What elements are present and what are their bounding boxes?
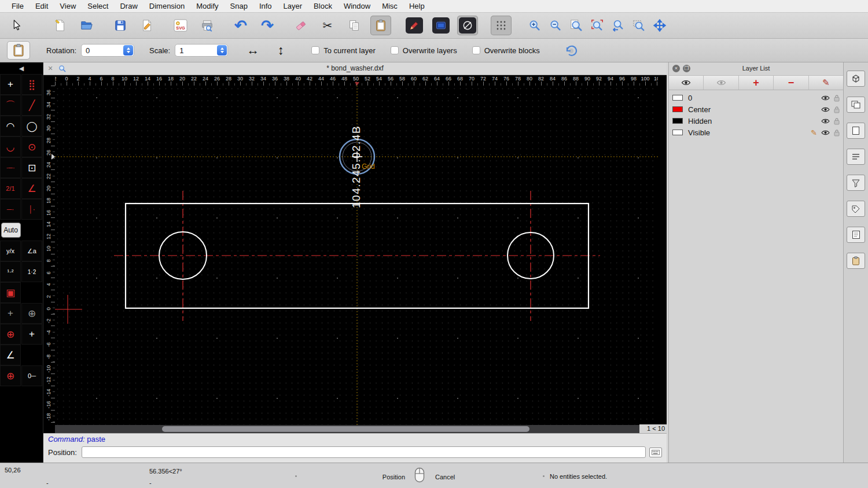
- snap-auto[interactable]: Auto: [1, 223, 21, 238]
- menu-layer[interactable]: Layer: [278, 2, 308, 10]
- menu-file[interactable]: File: [6, 2, 30, 10]
- menu-view[interactable]: View: [54, 2, 82, 10]
- snap-center-point[interactable]: ⊙: [21, 136, 42, 157]
- restrict-horizontal[interactable]: ─·: [0, 199, 21, 220]
- layer-row-hidden[interactable]: Hidden: [669, 115, 843, 127]
- zoom-pan-button[interactable]: [649, 16, 670, 35]
- copy-button[interactable]: [344, 16, 365, 35]
- lock-icon[interactable]: [834, 117, 840, 125]
- pointer-select-button[interactable]: [6, 16, 27, 35]
- menu-snap[interactable]: Snap: [225, 2, 253, 10]
- zoom-out-button[interactable]: [545, 16, 566, 35]
- add-layer-button[interactable]: +: [739, 76, 774, 90]
- snap-intersection[interactable]: ⊡: [21, 157, 42, 178]
- snap-angle[interactable]: ∠: [21, 178, 42, 199]
- eye-icon[interactable]: [821, 130, 830, 136]
- lock-relative-zero[interactable]: 0─: [21, 365, 42, 386]
- lock-icon[interactable]: [834, 106, 840, 113]
- attributes-button[interactable]: [431, 16, 451, 35]
- overwrite-layers-checkbox[interactable]: Overwrite layers: [391, 46, 457, 55]
- eye-icon[interactable]: [821, 106, 830, 113]
- menu-draw[interactable]: Draw: [114, 2, 143, 10]
- snap-endpoint[interactable]: ⌒: [0, 95, 21, 116]
- restrict-vertical[interactable]: │·: [21, 199, 42, 220]
- paste-button[interactable]: [370, 16, 391, 35]
- show-all-layers-button[interactable]: [669, 76, 704, 90]
- snap-on-entity[interactable]: ╱: [21, 95, 42, 116]
- scale-combo[interactable]: 1: [175, 44, 228, 57]
- snap-distance[interactable]: 2/1: [0, 178, 21, 199]
- snap-center[interactable]: ◠: [0, 116, 21, 136]
- cut-button[interactable]: ✂: [317, 16, 338, 35]
- dock-toggle-properties[interactable]: [847, 227, 865, 243]
- relative-zero-marker[interactable]: ⊕: [0, 365, 21, 386]
- zoom-in-button[interactable]: [524, 16, 545, 35]
- grid-toggle-button[interactable]: [491, 16, 512, 35]
- paste-options-button[interactable]: [7, 41, 30, 60]
- menu-info[interactable]: Info: [253, 2, 278, 10]
- relative-coordinates[interactable]: y/x: [0, 241, 21, 261]
- position-input[interactable]: [82, 446, 646, 458]
- h-scrollbar-thumb[interactable]: [162, 426, 529, 432]
- rotation-combo[interactable]: 0: [81, 44, 134, 57]
- scale-stepper[interactable]: [217, 45, 227, 56]
- flip-horizontal-button[interactable]: ↔: [243, 42, 263, 59]
- menu-help[interactable]: Help: [403, 2, 431, 10]
- zoom-previous-button[interactable]: [587, 16, 608, 35]
- set-relative-zero[interactable]: ⊕: [0, 324, 21, 345]
- flip-vertical-button[interactable]: ↕: [271, 42, 290, 59]
- snap-free-2[interactable]: +: [21, 324, 42, 345]
- menu-block[interactable]: Block: [308, 2, 338, 10]
- save-as-button[interactable]: [137, 16, 157, 35]
- layer-color-swatch[interactable]: [672, 118, 683, 124]
- menu-misc[interactable]: Misc: [376, 2, 403, 10]
- angle-guide[interactable]: ∠: [0, 345, 21, 365]
- snap-tangent[interactable]: ◡: [0, 136, 21, 157]
- dock-toggle-block-list[interactable]: [847, 97, 865, 113]
- decimal-format-2[interactable]: 1·2: [21, 261, 42, 282]
- snap-grid[interactable]: ⣿: [21, 74, 42, 95]
- menu-modify[interactable]: Modify: [190, 2, 224, 10]
- command-options-button[interactable]: [649, 448, 662, 457]
- menu-edit[interactable]: Edit: [30, 2, 54, 10]
- dock-toggle-drafting[interactable]: [847, 71, 865, 87]
- snap-free[interactable]: +: [0, 74, 21, 95]
- lock-icon[interactable]: [834, 94, 840, 102]
- rotation-stepper[interactable]: [123, 45, 133, 56]
- pen-attributes-button[interactable]: [404, 16, 425, 35]
- eraser-button[interactable]: [290, 16, 311, 35]
- layer-color-swatch[interactable]: [672, 130, 683, 135]
- layer-row-visible[interactable]: Visible✎: [669, 127, 843, 138]
- layer-row-0[interactable]: 0: [669, 92, 843, 103]
- layer-color-swatch[interactable]: [672, 95, 683, 101]
- to-current-layer-checkbox[interactable]: To current layer: [311, 46, 376, 55]
- eye-icon[interactable]: [821, 118, 830, 124]
- circle-tool-button[interactable]: [457, 16, 478, 35]
- layer-color-swatch[interactable]: [672, 106, 683, 112]
- snap-circle[interactable]: ◯: [21, 116, 42, 136]
- svg-export-button[interactable]: SVG: [170, 16, 191, 35]
- menu-window[interactable]: Window: [338, 2, 376, 10]
- dock-toggle-filter[interactable]: [847, 175, 865, 191]
- polar-coordinates[interactable]: ∠a: [21, 241, 42, 261]
- restrict-nothing[interactable]: +: [0, 303, 21, 324]
- menu-dimension[interactable]: Dimension: [144, 2, 190, 10]
- restrict-orthogonal[interactable]: ⊕: [21, 303, 42, 324]
- decimal-format-1[interactable]: ¹·²: [0, 261, 21, 282]
- drawing-canvas[interactable]: Grid104.245.02.4B: [55, 86, 658, 425]
- open-file-button[interactable]: [76, 16, 97, 35]
- dock-collapse-button[interactable]: ◀: [0, 62, 43, 74]
- snap-middle[interactable]: ·─·: [0, 157, 21, 178]
- redo-button[interactable]: ↷: [257, 16, 278, 35]
- zoom-auto-button[interactable]: [566, 16, 587, 35]
- zoom-window-button[interactable]: [628, 16, 649, 35]
- undo-button[interactable]: ↶: [230, 16, 251, 35]
- zoom-back-button[interactable]: [608, 16, 628, 35]
- dock-toggle-command[interactable]: [847, 149, 865, 165]
- print-preview-button[interactable]: [197, 16, 218, 35]
- dock-toggle-clipboard[interactable]: [847, 253, 865, 269]
- selection-window[interactable]: ▣: [0, 282, 21, 303]
- eye-icon[interactable]: [821, 95, 830, 101]
- h-scrollbar[interactable]: [55, 425, 658, 433]
- save-button[interactable]: [110, 16, 131, 35]
